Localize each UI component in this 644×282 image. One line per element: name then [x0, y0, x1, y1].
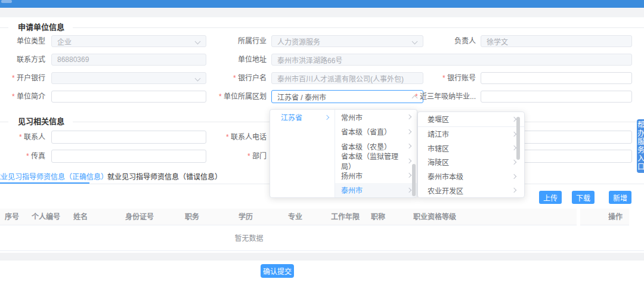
- cascader-option-district[interactable]: 农业开发区: [418, 183, 524, 197]
- cascader-option-district[interactable]: 靖江市: [418, 127, 524, 141]
- download-button[interactable]: 下载: [572, 191, 595, 204]
- option-label: 姜堰区: [428, 114, 449, 124]
- cascader-option-district[interactable]: 海陵区: [418, 155, 524, 169]
- cascader-option-district[interactable]: 市辖区: [418, 141, 524, 155]
- bank-account-name-input: 泰州市百川人才派遣有限公司(人事外包): [271, 72, 423, 84]
- department-label: 部门: [209, 150, 267, 163]
- option-label: 扬州市: [341, 171, 363, 181]
- contact-input: 86880369: [51, 54, 206, 66]
- contact-value: 86880369: [57, 55, 89, 64]
- chevron-right-icon: [512, 173, 516, 178]
- column-header: 序号: [5, 209, 19, 225]
- option-label: 泰州市: [341, 185, 363, 195]
- contact-person-label: 联系人: [0, 131, 45, 144]
- principal-label: 负责人: [410, 35, 476, 47]
- option-label: 市辖区: [428, 143, 449, 153]
- topbar-fragment: [1, 0, 12, 3]
- contact-person-input[interactable]: [51, 131, 206, 144]
- unit-type-label: 单位类型: [0, 35, 45, 47]
- graduates-input[interactable]: [481, 91, 632, 103]
- graduates-label: 近三年吸纳毕业...: [410, 91, 476, 103]
- region-label: 单位所属区划: [209, 91, 267, 103]
- column-header: 身份证号: [125, 209, 154, 225]
- chevron-right-icon: [512, 145, 516, 150]
- confirm-submit-button[interactable]: 确认提交: [261, 264, 294, 278]
- footer-gray-band: [0, 253, 644, 261]
- industry-label: 所属行业: [209, 35, 267, 47]
- option-label: 常州市: [341, 112, 363, 122]
- fax-input[interactable]: [51, 150, 206, 163]
- active-tab-underline: [0, 182, 89, 184]
- option-label: 靖江市: [428, 129, 449, 139]
- principal-value: 徐学文: [487, 36, 508, 47]
- chevron-right-icon: [407, 129, 411, 134]
- contact-phone-label: 联系人电话: [209, 131, 267, 144]
- column-header: 专业: [288, 209, 302, 225]
- column-header: 职务: [185, 209, 199, 225]
- chevron-right-icon: [407, 173, 411, 178]
- cascader-option-city[interactable]: 省本级（监狱管理局）: [335, 154, 417, 169]
- chevron-down-icon: [195, 39, 201, 45]
- cascader-option-city[interactable]: 省本级（省直）: [335, 125, 417, 140]
- tab-teacher-correct[interactable]: 就业见习指导师资信息（正确信息）: [0, 172, 108, 182]
- address-value: 泰州市洪泽湖路66号: [277, 55, 342, 65]
- chevron-right-icon: [407, 114, 411, 119]
- bank-account-name-value: 泰州市百川人才派遣有限公司(人事外包): [277, 73, 404, 83]
- floating-side-tab[interactable]: 帮办服务入口: [637, 119, 644, 173]
- cascader-option-district[interactable]: 泰州市本级: [418, 169, 524, 184]
- table-bottom-border: [0, 250, 644, 251]
- section-title-intern-info: 见习相关信息: [18, 117, 64, 126]
- unit-intro-input[interactable]: [51, 91, 206, 103]
- table-empty-text: 暂无数据: [0, 233, 498, 243]
- cascader-option-city[interactable]: 扬州市: [335, 168, 417, 183]
- upload-button[interactable]: 上传: [539, 191, 562, 204]
- option-label: 农业开发区: [428, 185, 463, 196]
- chevron-right-icon: [512, 188, 516, 193]
- fax-label: 传真: [0, 150, 45, 163]
- scrollbar-thumb[interactable]: [516, 117, 520, 160]
- cascader-city-column: 常州市 省本级（省直） 省本级（农垦） 省本级（监狱管理局） 扬州市 泰州市: [335, 110, 417, 197]
- top-blue-bar: [0, 0, 644, 8]
- unit-intro-label: 单位简介: [0, 91, 45, 103]
- unit-type-select: 企业: [51, 35, 206, 47]
- contact-label: 联系方式: [0, 54, 45, 66]
- chevron-down-icon: [195, 76, 201, 82]
- page-background-strip: [0, 8, 644, 17]
- section-divider: [0, 27, 8, 28]
- chevron-right-icon: [324, 114, 329, 119]
- add-button[interactable]: 新增: [609, 191, 631, 204]
- region-value: 江苏省 / 泰州市: [277, 92, 326, 102]
- region-cascader[interactable]: 江苏省 / 泰州市: [271, 90, 423, 103]
- chevron-right-icon: [512, 117, 516, 122]
- cascader-option-city[interactable]: 常州市: [335, 110, 417, 125]
- cascader-option-jiangsu[interactable]: 江苏省: [270, 110, 335, 125]
- column-header-actions: 操作: [608, 209, 623, 225]
- chevron-right-icon: [407, 159, 411, 163]
- cascader-option-district[interactable]: 姜堰区: [418, 112, 524, 127]
- principal-input: 徐学文: [481, 35, 632, 47]
- cascader-province-column: 江苏省: [270, 110, 335, 197]
- bank-account-no-input[interactable]: [481, 72, 632, 84]
- chevron-right-icon: [407, 188, 411, 193]
- cascader-menu-level1-2: 江苏省 常州市 省本级（省直） 省本级（农垦） 省本级（监狱管理局） 扬州市 泰…: [270, 109, 417, 198]
- chevron-right-icon: [512, 160, 516, 165]
- option-label: 江苏省: [281, 112, 302, 122]
- column-header: 姓名: [73, 209, 88, 225]
- industry-select: 人力资源服务: [271, 35, 423, 47]
- column-header: 职业资格等级: [413, 209, 456, 225]
- cascader-menu-level3: 姜堰区 靖江市 市辖区 海陵区 泰州市本级 农业开发区: [417, 111, 525, 198]
- tab-teacher-wrong[interactable]: 就业见习指导师资信息（错误信息）: [107, 172, 222, 182]
- bank-label: 开户银行: [0, 72, 45, 84]
- bank-select[interactable]: [51, 72, 206, 84]
- section-divider: [73, 27, 644, 28]
- column-header: 工作年限: [331, 209, 360, 225]
- scrollbar-thumb[interactable]: [412, 164, 416, 196]
- cascader-option-city-selected[interactable]: 泰州市: [335, 183, 417, 198]
- bank-account-name-label: 银行户名: [209, 72, 267, 84]
- industry-value: 人力资源服务: [277, 36, 320, 47]
- option-label: 省本级（农垦）: [341, 141, 391, 151]
- column-header: 职称: [371, 209, 385, 225]
- option-label: 省本级（省直）: [341, 126, 391, 137]
- chevron-right-icon: [512, 131, 516, 136]
- option-label: 泰州市本级: [428, 171, 463, 181]
